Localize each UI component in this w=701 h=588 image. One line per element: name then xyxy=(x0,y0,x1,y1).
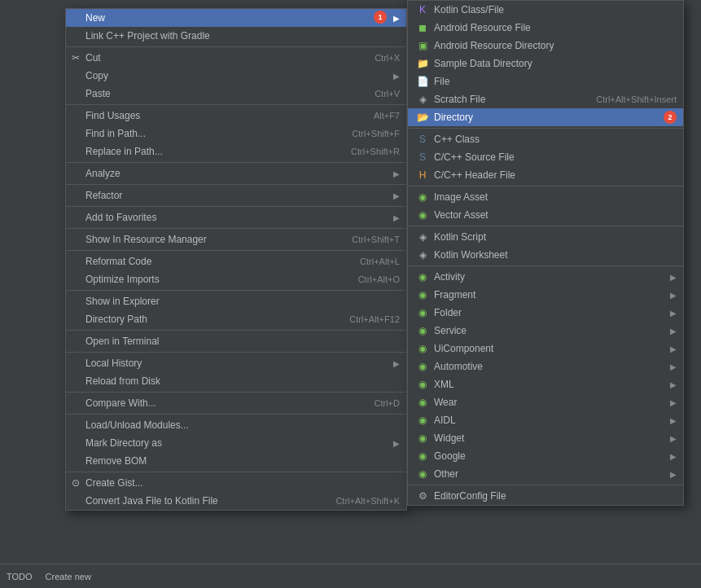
submenu-item-cpp-source[interactable]: S C/C++ Source File xyxy=(408,148,683,166)
menu-item-local-history[interactable]: Local History ▶ xyxy=(66,354,406,372)
submenu-item-cpp-header[interactable]: H C/C++ Header File xyxy=(408,166,683,184)
submenu-item-cpp-class[interactable]: S C++ Class xyxy=(408,130,683,148)
menu-item-compare-with[interactable]: Compare With... Ctrl+D xyxy=(66,394,406,412)
submenu-item-activity[interactable]: ◉ Activity ▶ xyxy=(408,268,683,286)
arrow-xml: ▶ xyxy=(670,380,677,389)
menu-label-reload-from-disk: Reload from Disk xyxy=(85,375,400,387)
google-icon: ◉ xyxy=(414,450,431,463)
menu-label-create-gist: Create Gist... xyxy=(85,477,400,489)
submenu-item-kotlin-class[interactable]: K Kotlin Class/File xyxy=(408,1,683,19)
arrow-add-favorites: ▶ xyxy=(393,213,400,222)
menu-item-remove-bom[interactable]: Remove BOM xyxy=(66,452,406,470)
menu-item-show-in-explorer[interactable]: Show in Explorer xyxy=(66,292,406,310)
arrow-new: ▶ xyxy=(393,14,400,23)
separator-6 xyxy=(66,228,406,229)
menu-item-link-cpp[interactable]: Link C++ Project with Gradle xyxy=(66,27,406,45)
submenu-item-wear[interactable]: ◉ Wear ▶ xyxy=(408,393,683,411)
cpp-class-icon: S xyxy=(414,133,431,146)
menu-item-mark-directory[interactable]: Mark Directory as ▶ xyxy=(66,434,406,452)
submenu-label-android-resource-file: Android Resource File xyxy=(434,22,677,33)
arrow-refactor: ▶ xyxy=(393,191,400,200)
submenu-item-scratch-file[interactable]: ◈ Scratch File Ctrl+Alt+Shift+Insert xyxy=(408,90,683,108)
menu-item-copy[interactable]: Copy ▶ xyxy=(66,67,406,85)
submenu-item-directory[interactable]: 📂 Directory 2 xyxy=(408,108,683,126)
menu-item-cut[interactable]: ✂ Cut Ctrl+X xyxy=(66,49,406,67)
menu-item-show-resource-manager[interactable]: Show In Resource Manager Ctrl+Shift+T xyxy=(66,230,406,248)
submenu-item-fragment[interactable]: ◉ Fragment ▶ xyxy=(408,286,683,304)
submenu-item-android-resource-file[interactable]: ◼ Android Resource File xyxy=(408,19,683,37)
separator-7 xyxy=(66,250,406,251)
menu-label-analyze: Analyze xyxy=(85,168,387,179)
menu-item-directory-path[interactable]: Directory Path Ctrl+Alt+F12 xyxy=(66,310,406,328)
todo-item[interactable]: TODO xyxy=(7,572,33,581)
menu-item-find-in-path[interactable]: Find in Path... Ctrl+Shift+F xyxy=(66,125,406,143)
menu-label-refactor: Refactor xyxy=(85,190,387,201)
submenu-item-google[interactable]: ◉ Google ▶ xyxy=(408,447,683,465)
menu-item-open-terminal[interactable]: Open in Terminal xyxy=(66,332,406,350)
submenu-item-automotive[interactable]: ◉ Automotive ▶ xyxy=(408,358,683,375)
menu-item-create-gist[interactable]: ⊙ Create Gist... xyxy=(66,474,406,492)
arrow-copy: ▶ xyxy=(393,72,400,81)
menu-label-find-in-path: Find in Path... xyxy=(85,128,335,139)
context-menu-submenu: K Kotlin Class/File ◼ Android Resource F… xyxy=(407,0,684,506)
submenu-item-folder[interactable]: ◉ Folder ▶ xyxy=(408,304,683,322)
separator-12 xyxy=(66,414,406,415)
submenu-label-cpp-source: C/C++ Source File xyxy=(434,151,677,163)
shortcut-optimize-imports: Ctrl+Alt+O xyxy=(358,274,400,284)
menu-item-reload-from-disk[interactable]: Reload from Disk xyxy=(66,372,406,390)
menu-item-load-unload[interactable]: Load/Unload Modules... xyxy=(66,416,406,434)
submenu-item-vector-asset[interactable]: ◉ Vector Asset xyxy=(408,206,683,224)
cut-icon: ✂ xyxy=(69,51,82,64)
menu-item-replace-in-path[interactable]: Replace in Path... Ctrl+Shift+R xyxy=(66,143,406,160)
submenu-item-file[interactable]: 📄 File xyxy=(408,72,683,90)
menu-item-analyze[interactable]: Analyze ▶ xyxy=(66,165,406,182)
create-new-item[interactable]: Create new xyxy=(46,572,91,581)
submenu-item-kotlin-script[interactable]: ◈ Kotlin Script xyxy=(408,228,683,246)
menu-item-add-favorites[interactable]: Add to Favorites ▶ xyxy=(66,208,406,226)
arrow-wear: ▶ xyxy=(670,398,677,407)
submenu-label-google: Google xyxy=(434,450,664,462)
shortcut-reformat-code: Ctrl+Alt+L xyxy=(360,257,400,266)
submenu-item-other[interactable]: ◉ Other ▶ xyxy=(408,465,683,483)
create-new-label: Create new xyxy=(46,572,91,581)
menu-label-show-resource-manager: Show In Resource Manager xyxy=(85,234,335,245)
submenu-label-cpp-class: C++ Class xyxy=(434,134,677,145)
submenu-item-editor-config[interactable]: ⚙ EditorConfig File xyxy=(408,487,683,505)
image-asset-icon: ◉ xyxy=(414,191,431,204)
menu-item-convert-java[interactable]: Convert Java File to Kotlin File Ctrl+Al… xyxy=(66,492,406,510)
arrow-google: ▶ xyxy=(670,452,677,461)
submenu-item-widget[interactable]: ◉ Widget ▶ xyxy=(408,429,683,447)
menu-item-find-usages[interactable]: Find Usages Alt+F7 xyxy=(66,107,406,125)
menu-item-optimize-imports[interactable]: Optimize Imports Ctrl+Alt+O xyxy=(66,270,406,288)
submenu-item-xml[interactable]: ◉ XML ▶ xyxy=(408,375,683,393)
submenu-item-image-asset[interactable]: ◉ Image Asset xyxy=(408,188,683,206)
widget-icon: ◉ xyxy=(414,432,431,445)
kotlin-icon: K xyxy=(414,3,431,16)
menu-label-cut: Cut xyxy=(85,52,358,64)
submenu-item-service[interactable]: ◉ Service ▶ xyxy=(408,322,683,340)
submenu-item-android-resource-dir[interactable]: ▣ Android Resource Directory xyxy=(408,37,683,55)
submenu-item-aidl[interactable]: ◉ AIDL ▶ xyxy=(408,411,683,429)
submenu-item-kotlin-worksheet[interactable]: ◈ Kotlin Worksheet xyxy=(408,246,683,264)
menu-label-convert-java: Convert Java File to Kotlin File xyxy=(85,495,319,507)
folder-icon: ◉ xyxy=(414,306,431,319)
menu-item-new[interactable]: New 1 ▶ xyxy=(66,9,406,27)
submenu-label-kotlin-script: Kotlin Script xyxy=(434,231,677,243)
sub-separator-1 xyxy=(408,128,683,129)
menu-item-reformat-code[interactable]: Reformat Code Ctrl+Alt+L xyxy=(66,252,406,270)
submenu-label-cpp-header: C/C++ Header File xyxy=(434,169,677,181)
arrow-analyze: ▶ xyxy=(393,169,400,178)
shortcut-cut: Ctrl+X xyxy=(375,53,400,63)
shortcut-paste: Ctrl+V xyxy=(375,89,400,99)
submenu-item-ui-component[interactable]: ◉ UiComponent ▶ xyxy=(408,340,683,358)
sub-separator-2 xyxy=(408,186,683,186)
kotlin-script-icon: ◈ xyxy=(414,230,431,244)
todo-label: TODO xyxy=(7,572,33,581)
submenu-item-sample-data-dir[interactable]: 📁 Sample Data Directory xyxy=(408,55,683,72)
menu-label-local-history: Local History xyxy=(85,358,387,369)
menu-item-refactor[interactable]: Refactor ▶ xyxy=(66,186,406,204)
menu-item-paste[interactable]: Paste Ctrl+V xyxy=(66,85,406,103)
github-icon: ⊙ xyxy=(69,476,82,489)
submenu-label-android-resource-dir: Android Resource Directory xyxy=(434,40,677,51)
badge-directory: 2 xyxy=(664,111,677,124)
